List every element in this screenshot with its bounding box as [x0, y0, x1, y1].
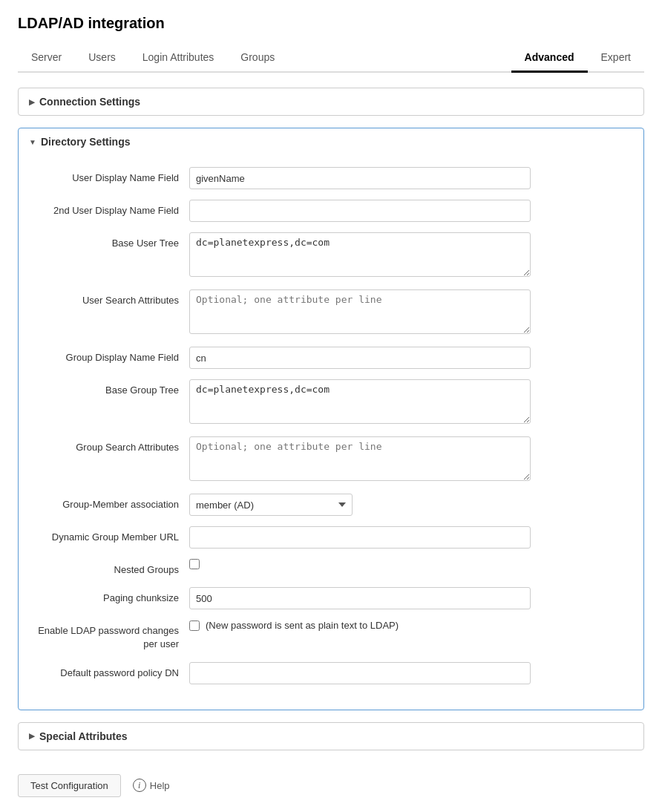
help-link[interactable]: i Help [133, 779, 170, 792]
enable-ldap-label: Enable LDAP password changes per user [33, 620, 189, 651]
nested-groups-checkbox-row [189, 559, 531, 569]
nested-groups-row: Nested Groups [33, 559, 629, 577]
default-password-policy-row: Default password policy DN [33, 662, 629, 684]
nested-groups-control [189, 559, 531, 569]
group-search-attributes-row: Group Search Attributes [33, 436, 629, 483]
directory-settings-arrow: ▼ [29, 138, 36, 146]
directory-settings-section: ▼ Directory Settings User Display Name F… [18, 128, 644, 710]
nested-groups-label: Nested Groups [33, 559, 189, 577]
user-search-attributes-input[interactable] [189, 289, 531, 334]
help-icon: i [133, 779, 146, 792]
dynamic-group-member-url-control [189, 526, 531, 549]
base-group-tree-input[interactable] [189, 379, 531, 424]
page-title: LDAP/AD integration [18, 15, 644, 32]
directory-settings-header[interactable]: ▼ Directory Settings [19, 128, 643, 155]
second-user-display-name-label: 2nd User Display Name Field [33, 200, 189, 217]
test-configuration-button[interactable]: Test Configuration [18, 774, 121, 797]
tab-groups[interactable]: Groups [227, 44, 288, 73]
tab-server[interactable]: Server [18, 44, 75, 73]
base-user-tree-row: Base User Tree [33, 232, 629, 279]
paging-chunksize-control [189, 587, 531, 609]
tab-advanced[interactable]: Advanced [511, 44, 588, 73]
group-member-association-select[interactable]: member (AD) memberUid (POSIX) uniqueMemb… [189, 494, 353, 516]
group-member-association-label: Group-Member association [33, 494, 189, 511]
default-password-policy-label: Default password policy DN [33, 662, 189, 680]
group-display-name-control [189, 347, 531, 369]
base-group-tree-label: Base Group Tree [33, 379, 189, 397]
enable-ldap-control: (New password is sent as plain text to L… [189, 620, 531, 631]
dynamic-group-member-url-label: Dynamic Group Member URL [33, 526, 189, 544]
connection-settings-section: ▶ Connection Settings [18, 88, 644, 116]
base-group-tree-row: Base Group Tree [33, 379, 629, 426]
user-search-attributes-label: User Search Attributes [33, 289, 189, 307]
base-user-tree-input[interactable] [189, 232, 531, 277]
user-search-attributes-row: User Search Attributes [33, 289, 629, 336]
enable-ldap-note: (New password is sent as plain text to L… [206, 620, 399, 631]
group-search-attributes-input[interactable] [189, 436, 531, 481]
group-search-attributes-control [189, 436, 531, 483]
base-group-tree-control [189, 379, 531, 426]
group-display-name-input[interactable] [189, 347, 531, 369]
default-password-policy-input[interactable] [189, 662, 531, 684]
dynamic-group-member-url-input[interactable] [189, 526, 531, 549]
special-attributes-arrow: ▶ [29, 732, 35, 740]
default-password-policy-control [189, 662, 531, 684]
enable-ldap-row: Enable LDAP password changes per user (N… [33, 620, 629, 651]
special-attributes-header[interactable]: ▶ Special Attributes [19, 723, 643, 750]
second-user-display-name-input[interactable] [189, 200, 531, 222]
user-search-attributes-control [189, 289, 531, 336]
user-display-name-control [189, 167, 531, 189]
base-user-tree-label: Base User Tree [33, 232, 189, 250]
user-display-name-row: User Display Name Field [33, 167, 629, 189]
paging-chunksize-label: Paging chunksize [33, 587, 189, 605]
connection-settings-title: Connection Settings [39, 96, 140, 108]
special-attributes-section: ▶ Special Attributes [18, 722, 644, 750]
group-display-name-row: Group Display Name Field [33, 347, 629, 369]
connection-settings-header[interactable]: ▶ Connection Settings [19, 88, 643, 115]
tab-login-attributes[interactable]: Login Attributes [129, 44, 228, 73]
second-user-display-name-control [189, 200, 531, 222]
paging-chunksize-input[interactable] [189, 587, 531, 609]
group-search-attributes-label: Group Search Attributes [33, 436, 189, 454]
tab-users[interactable]: Users [75, 44, 129, 73]
directory-settings-body: User Display Name Field 2nd User Display… [19, 155, 643, 710]
dynamic-group-member-url-row: Dynamic Group Member URL [33, 526, 629, 549]
footer: Test Configuration i Help [18, 762, 644, 797]
connection-settings-arrow: ▶ [29, 98, 35, 106]
tab-bar: Server Users Login Attributes Groups Adv… [18, 44, 644, 73]
enable-ldap-checkbox[interactable] [189, 621, 200, 631]
enable-ldap-checkbox-row: (New password is sent as plain text to L… [189, 620, 531, 631]
group-member-association-row: Group-Member association member (AD) mem… [33, 494, 629, 516]
second-user-display-name-row: 2nd User Display Name Field [33, 200, 629, 222]
paging-chunksize-row: Paging chunksize [33, 587, 629, 609]
help-label: Help [150, 780, 170, 791]
base-user-tree-control [189, 232, 531, 279]
tab-expert[interactable]: Expert [588, 44, 644, 73]
group-member-association-control: member (AD) memberUid (POSIX) uniqueMemb… [189, 494, 531, 516]
special-attributes-title: Special Attributes [39, 730, 128, 742]
group-display-name-label: Group Display Name Field [33, 347, 189, 364]
directory-settings-title: Directory Settings [41, 136, 131, 148]
user-display-name-input[interactable] [189, 167, 531, 189]
user-display-name-label: User Display Name Field [33, 167, 189, 185]
nested-groups-checkbox[interactable] [189, 559, 200, 569]
